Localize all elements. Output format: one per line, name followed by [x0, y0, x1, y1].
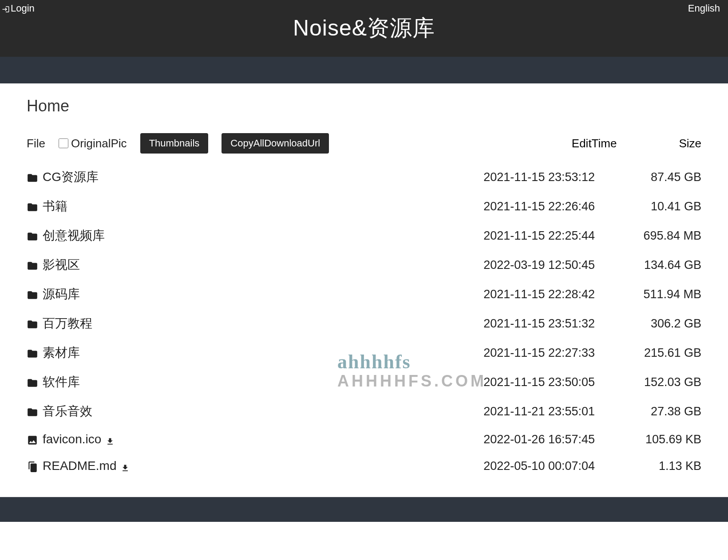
- header: Login English Noise&资源库: [0, 0, 728, 57]
- file-name-cell[interactable]: 音乐音效: [27, 403, 453, 420]
- file-name: favicon.ico: [43, 432, 101, 446]
- file-list: CG资源库2021-11-15 23:53:1287.45 GB书籍2021-1…: [27, 162, 701, 479]
- file-row[interactable]: 源码库2021-11-15 22:28:42511.94 MB: [27, 280, 701, 309]
- file-row[interactable]: 素材库2021-11-15 22:27:33215.61 GB: [27, 338, 701, 367]
- copy-all-download-url-button[interactable]: CopyAllDownloadUrl: [222, 133, 329, 154]
- file-name: 百万教程: [43, 315, 92, 332]
- file-row[interactable]: 百万教程2021-11-15 23:51:32306.2 GB: [27, 309, 701, 338]
- file-name-cell[interactable]: 源码库: [27, 286, 453, 303]
- image-icon: [27, 434, 38, 444]
- file-name: README.md: [43, 459, 116, 473]
- file-row[interactable]: CG资源库2021-11-15 23:53:1287.45 GB: [27, 162, 701, 192]
- login-label: Login: [11, 3, 35, 14]
- file-row[interactable]: favicon.ico2022-01-26 16:57:45105.69 KB: [27, 426, 701, 453]
- file-name-cell[interactable]: favicon.ico: [27, 432, 453, 446]
- folder-icon: [27, 319, 38, 328]
- original-pic-checkbox[interactable]: [59, 138, 68, 148]
- content-area: Home File OriginalPic Thumbnails CopyAll…: [0, 83, 728, 497]
- file-name-cell[interactable]: 创意视频库: [27, 227, 453, 244]
- folder-icon: [27, 377, 38, 387]
- file-size: 105.69 KB: [595, 433, 701, 446]
- file-name-cell[interactable]: README.md: [27, 459, 453, 473]
- file-time: 2021-11-15 22:26:46: [453, 200, 595, 213]
- login-icon: [2, 4, 10, 12]
- file-size: 511.94 MB: [595, 288, 701, 301]
- footer-bar: [0, 497, 728, 522]
- file-row[interactable]: 软件库2021-11-15 23:50:05152.03 GB: [27, 367, 701, 397]
- file-name: CG资源库: [43, 169, 99, 185]
- file-size: 1.13 KB: [595, 459, 701, 473]
- file-time: 2021-11-15 23:53:12: [453, 170, 595, 184]
- file-row[interactable]: 影视区2022-03-19 12:50:45134.64 GB: [27, 250, 701, 280]
- file-time: 2021-11-15 22:28:42: [453, 288, 595, 301]
- file-size: 27.38 GB: [595, 405, 701, 418]
- download-icon[interactable]: [106, 435, 115, 444]
- download-icon[interactable]: [121, 461, 130, 470]
- folder-icon: [27, 231, 38, 241]
- file-name-cell[interactable]: 素材库: [27, 344, 453, 361]
- file-size: 10.41 GB: [595, 200, 701, 213]
- original-pic-checkbox-wrap[interactable]: OriginalPic: [59, 137, 127, 150]
- file-row[interactable]: 音乐音效2021-11-21 23:55:0127.38 GB: [27, 397, 701, 426]
- folder-icon: [27, 348, 38, 358]
- subheader-bar: [0, 57, 728, 83]
- file-name: 音乐音效: [43, 403, 92, 420]
- file-name-cell[interactable]: 影视区: [27, 256, 453, 273]
- file-time: 2021-11-15 23:50:05: [453, 375, 595, 389]
- file-size: 152.03 GB: [595, 375, 701, 389]
- login-link[interactable]: Login: [2, 3, 35, 14]
- thumbnails-button[interactable]: Thumbnails: [140, 133, 209, 154]
- file-name-cell[interactable]: 书籍: [27, 198, 453, 215]
- file-name: 创意视频库: [43, 227, 105, 244]
- file-size: 306.2 GB: [595, 317, 701, 331]
- file-row[interactable]: 书籍2021-11-15 22:26:4610.41 GB: [27, 192, 701, 221]
- file-name-cell[interactable]: CG资源库: [27, 169, 453, 185]
- size-column-header[interactable]: Size: [679, 137, 701, 150]
- file-name: 素材库: [43, 344, 80, 361]
- file-name: 书籍: [43, 198, 67, 215]
- file-size: 134.64 GB: [595, 258, 701, 272]
- folder-icon: [27, 260, 38, 270]
- file-time: 2022-01-26 16:57:45: [453, 433, 595, 446]
- folder-icon: [27, 289, 38, 299]
- file-name: 软件库: [43, 374, 80, 390]
- file-name-cell[interactable]: 百万教程: [27, 315, 453, 332]
- document-icon: [27, 461, 38, 471]
- file-size: 87.45 GB: [595, 170, 701, 184]
- file-column-header[interactable]: File: [27, 137, 45, 150]
- language-link[interactable]: English: [688, 3, 720, 14]
- file-time: 2021-11-15 22:27:33: [453, 346, 595, 360]
- breadcrumb[interactable]: Home: [27, 97, 701, 115]
- original-pic-label: OriginalPic: [71, 137, 127, 150]
- file-size: 215.61 GB: [595, 346, 701, 360]
- file-name-cell[interactable]: 软件库: [27, 374, 453, 390]
- file-time: 2021-11-21 23:55:01: [453, 405, 595, 418]
- file-name: 影视区: [43, 256, 80, 273]
- file-time: 2022-05-10 00:07:04: [453, 459, 595, 473]
- edit-time-column-header[interactable]: EditTime: [572, 137, 617, 150]
- file-row[interactable]: 创意视频库2021-11-15 22:25:44695.84 MB: [27, 221, 701, 250]
- file-row[interactable]: README.md2022-05-10 00:07:041.13 KB: [27, 453, 701, 479]
- folder-icon: [27, 172, 38, 182]
- file-time: 2021-11-15 23:51:32: [453, 317, 595, 331]
- toolbar: File OriginalPic Thumbnails CopyAllDownl…: [27, 133, 701, 154]
- file-name: 源码库: [43, 286, 80, 303]
- folder-icon: [27, 406, 38, 416]
- file-time: 2022-03-19 12:50:45: [453, 258, 595, 272]
- file-time: 2021-11-15 22:25:44: [453, 229, 595, 243]
- site-title: Noise&资源库: [0, 0, 728, 43]
- folder-icon: [27, 201, 38, 211]
- file-size: 695.84 MB: [595, 229, 701, 243]
